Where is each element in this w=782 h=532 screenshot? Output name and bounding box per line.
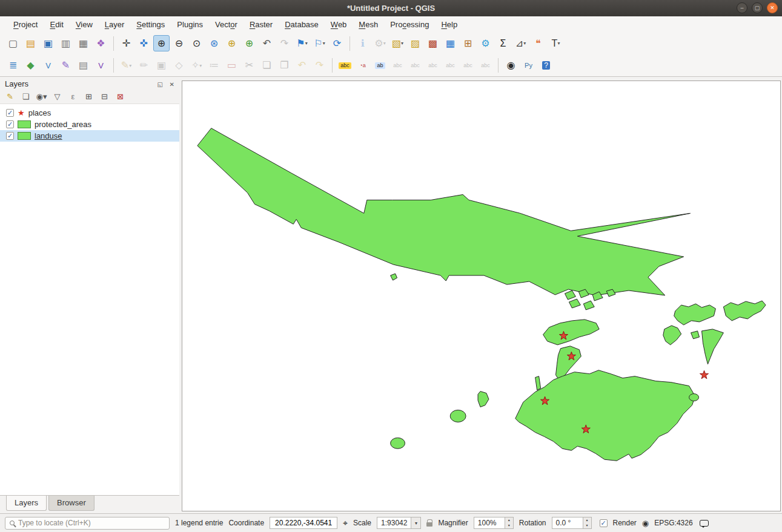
layer-item-places[interactable]: ✓★places: [0, 107, 179, 119]
new-project-icon[interactable]: ▢: [5, 35, 21, 51]
coordinate-input[interactable]: [270, 517, 337, 529]
current-edits-dropdown-icon[interactable]: ▾: [129, 63, 131, 68]
filter-expression-icon[interactable]: ε: [67, 91, 79, 102]
magnifier-value[interactable]: 100%: [474, 517, 505, 528]
statistical-summary-icon[interactable]: Σ: [495, 35, 511, 51]
layer-visibility-checkbox[interactable]: ✓: [6, 132, 14, 140]
vertex-tool-dropdown-icon[interactable]: ▾: [199, 63, 202, 68]
close-button[interactable]: ✕: [767, 2, 778, 13]
add-group-icon[interactable]: ❏: [19, 91, 32, 102]
text-annotation-dropdown-icon[interactable]: ▾: [557, 41, 560, 46]
diagram-options-icon[interactable]: ab: [372, 57, 388, 74]
locate-input[interactable]: [18, 519, 165, 527]
run-feature-action-dropdown-icon[interactable]: ▾: [383, 41, 386, 46]
zoom-out-icon[interactable]: ⊖: [171, 35, 187, 51]
zoom-in-icon[interactable]: ⊕: [153, 35, 170, 51]
menu-view[interactable]: View: [70, 18, 99, 31]
close-panel-icon[interactable]: ✕: [170, 81, 174, 88]
save-project-icon[interactable]: ▣: [40, 35, 56, 51]
menu-vector[interactable]: Vector: [209, 18, 244, 31]
help-icon[interactable]: ?: [538, 57, 554, 74]
layer-item-protected_areas[interactable]: ✓protected_areas: [0, 119, 179, 130]
text-annotation-icon[interactable]: T▾: [548, 35, 564, 51]
render-checkbox[interactable]: ✓: [600, 519, 608, 527]
scale-value[interactable]: 1:93042: [377, 517, 411, 528]
open-layer-styling-icon[interactable]: ✎: [4, 91, 16, 102]
menu-settings[interactable]: Settings: [130, 18, 171, 31]
menu-web[interactable]: Web: [325, 18, 353, 31]
menu-edit[interactable]: Edit: [44, 18, 69, 31]
options-icon[interactable]: ⚙: [477, 35, 494, 51]
menu-layer[interactable]: Layer: [99, 18, 131, 31]
metasearch-icon[interactable]: ◉: [503, 57, 519, 74]
title-bar[interactable]: *Untitled Project - QGIS – ▢ ✕: [0, 0, 782, 16]
open-project-icon[interactable]: ▤: [22, 35, 39, 51]
collapse-all-icon[interactable]: ⊟: [98, 91, 111, 102]
tab-layers[interactable]: Layers: [6, 496, 47, 511]
menu-mesh[interactable]: Mesh: [353, 18, 384, 31]
open-attribute-table-icon[interactable]: ▦: [442, 35, 459, 51]
new-bookmark-icon[interactable]: ⚑▾: [294, 35, 310, 51]
zoom-native-icon[interactable]: ⊙: [188, 35, 205, 51]
data-source-manager-icon[interactable]: ≣: [5, 57, 21, 74]
measure-icon[interactable]: ⊿▾: [512, 35, 529, 51]
select-features-dropdown-icon[interactable]: ▾: [401, 41, 403, 46]
python-console-icon[interactable]: Py: [520, 57, 537, 74]
pan-map-icon[interactable]: ✛: [118, 35, 134, 51]
remove-layer-icon[interactable]: ⊠: [114, 91, 127, 102]
magnifier-spinner[interactable]: 100% ▴▾: [474, 517, 514, 529]
zoom-to-layer-icon[interactable]: ⊕: [241, 35, 257, 51]
layer-labeling-icon[interactable]: abc: [337, 57, 353, 74]
maximize-button[interactable]: ▢: [752, 2, 763, 13]
expand-all-icon[interactable]: ⊞: [82, 91, 95, 102]
refresh-icon[interactable]: ⟳: [329, 35, 345, 51]
zoom-full-icon[interactable]: ⊛: [206, 35, 222, 51]
show-bookmarks-dropdown-icon[interactable]: ▾: [323, 41, 325, 46]
menu-plugins[interactable]: Plugins: [171, 18, 209, 31]
new-temporary-scratch-layer-icon[interactable]: ▤: [75, 57, 91, 74]
crs-icon[interactable]: ◉: [642, 519, 649, 528]
new-shapefile-layer-icon[interactable]: V: [40, 57, 56, 74]
crs-value[interactable]: EPSG:4326: [654, 519, 692, 527]
zoom-last-icon[interactable]: ↶: [259, 35, 275, 51]
scale-dropdown-icon[interactable]: ▾: [411, 517, 420, 528]
layout-manager-icon[interactable]: ▦: [75, 35, 91, 51]
menu-database[interactable]: Database: [279, 18, 325, 31]
rotation-spinner[interactable]: 0.0 ° ▴▾: [552, 517, 592, 529]
manage-map-themes-icon[interactable]: ◉▾: [35, 91, 48, 102]
extent-toggle-icon[interactable]: ⌖: [343, 518, 348, 528]
field-calculator-icon[interactable]: ⊞: [460, 35, 476, 51]
measure-dropdown-icon[interactable]: ▾: [523, 41, 526, 46]
menu-processing[interactable]: Processing: [384, 18, 435, 31]
zoom-to-selection-icon[interactable]: ⊕: [224, 35, 240, 51]
select-by-expression-icon[interactable]: ▨: [407, 35, 423, 51]
new-geopackage-layer-icon[interactable]: ◆: [22, 57, 39, 74]
style-manager-icon[interactable]: ❖: [93, 35, 109, 51]
map-tips-icon[interactable]: ❝: [530, 35, 546, 51]
rotation-value[interactable]: 0.0 °: [552, 517, 583, 528]
menu-raster[interactable]: Raster: [244, 18, 279, 31]
scale-lock-icon[interactable]: [426, 522, 432, 527]
minimize-button[interactable]: –: [737, 2, 747, 13]
select-features-icon[interactable]: ▧▾: [389, 35, 406, 51]
map-canvas[interactable]: [182, 80, 781, 511]
scale-combo[interactable]: 1:93042 ▾: [377, 517, 421, 529]
tab-browser[interactable]: Browser: [48, 496, 94, 511]
spinner-arrows-icon[interactable]: ▴▾: [505, 517, 513, 528]
new-virtual-layer-icon[interactable]: V: [93, 57, 109, 74]
show-bookmarks-icon[interactable]: ⚐▾: [311, 35, 328, 51]
filter-legend-icon[interactable]: ▽: [51, 91, 64, 102]
layer-item-landuse[interactable]: ✓landuse: [0, 130, 179, 142]
menu-help[interactable]: Help: [435, 18, 463, 31]
new-bookmark-dropdown-icon[interactable]: ▾: [305, 41, 308, 46]
menu-project[interactable]: Project: [7, 18, 44, 31]
messages-icon[interactable]: [700, 520, 709, 527]
new-print-layout-icon[interactable]: ▥: [58, 35, 74, 51]
layer-diagram-icon[interactable]: ◔a: [354, 57, 371, 74]
layer-visibility-checkbox[interactable]: ✓: [6, 120, 14, 128]
locate-bar[interactable]: [5, 517, 170, 530]
float-panel-icon[interactable]: ◱: [157, 81, 163, 88]
layer-visibility-checkbox[interactable]: ✓: [6, 109, 14, 117]
deselect-features-icon[interactable]: ▩: [425, 35, 441, 51]
new-spatialite-layer-icon[interactable]: ✎: [58, 57, 74, 74]
